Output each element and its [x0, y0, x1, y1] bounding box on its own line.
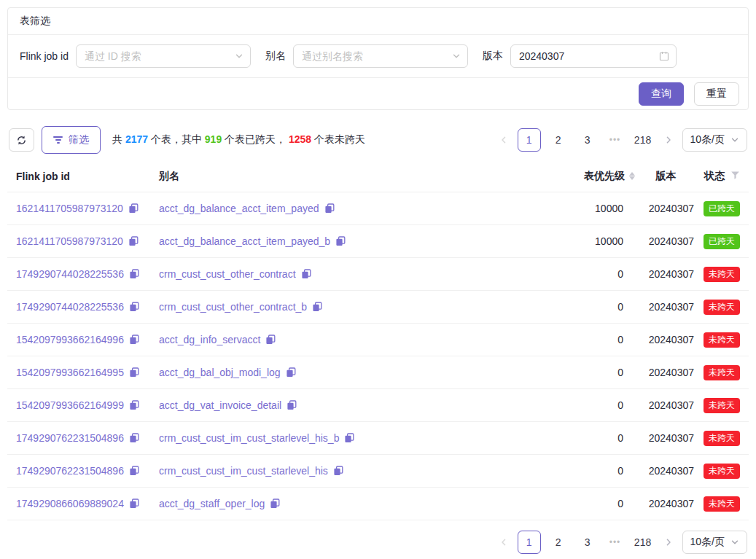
col-header-alias: 别名	[159, 170, 517, 183]
pagination-ellipsis[interactable]: •••	[605, 537, 626, 547]
copy-icon[interactable]	[333, 466, 343, 476]
copy-icon[interactable]	[129, 335, 139, 345]
pagination-prev-icon[interactable]	[496, 531, 512, 554]
copy-icon[interactable]	[335, 236, 346, 246]
copy-icon[interactable]	[324, 203, 335, 214]
copy-icon[interactable]	[129, 302, 139, 312]
priority-cell: 0	[617, 498, 635, 509]
pagination-page-last[interactable]: 218	[631, 128, 655, 152]
priority-cell: 10000	[595, 235, 635, 247]
job-id-link[interactable]: 1749290866069889024	[16, 498, 124, 509]
pagination-page-3[interactable]: 3	[576, 128, 599, 152]
job-id-link[interactable]: 1749290744028225536	[16, 268, 124, 280]
copy-icon[interactable]	[265, 335, 276, 345]
alias-link[interactable]: acct_dg_staff_oper_log	[159, 498, 265, 509]
copy-icon[interactable]	[344, 433, 354, 443]
filter-form: Flink job id 别名 版本	[8, 35, 748, 77]
reset-button[interactable]: 重置	[694, 82, 739, 106]
pagination-ellipsis[interactable]: •••	[605, 135, 626, 145]
alias-link[interactable]: acct_dg_vat_invoice_detail	[159, 399, 281, 411]
copy-icon[interactable]	[312, 302, 322, 312]
summary-mid1: 个表，其中	[148, 133, 205, 145]
job-id-link[interactable]: 1749290762231504896	[16, 465, 124, 477]
job-id-cell: 1749290762231504896	[16, 432, 159, 444]
copy-icon[interactable]	[128, 236, 139, 246]
alias-input[interactable]	[293, 44, 468, 68]
job-id-input[interactable]	[76, 44, 251, 68]
copy-icon[interactable]	[129, 433, 139, 443]
copy-icon[interactable]	[128, 203, 139, 214]
alias-link[interactable]: acct_dg_info_servacct	[159, 334, 260, 345]
copy-icon[interactable]	[129, 400, 139, 410]
page-size-value: 10条/页	[690, 536, 725, 549]
job-id-label: Flink job id	[20, 50, 69, 62]
version-date-picker[interactable]	[510, 44, 677, 68]
job-id-link[interactable]: 1542097993662164996	[16, 334, 124, 345]
refresh-button[interactable]	[9, 128, 34, 152]
table-row: 1542097993662164995 acct_dg_bal_obj_modi…	[7, 356, 749, 389]
copy-icon[interactable]	[287, 400, 297, 410]
version-label: 版本	[483, 50, 503, 63]
chevron-down-icon	[730, 538, 739, 547]
alias-link[interactable]: crm_cust_cust_im_cust_starlevel_his_b	[159, 432, 339, 444]
col-header-priority[interactable]: 表优先级	[584, 170, 635, 183]
job-id-link[interactable]: 1542097993662164995	[16, 367, 124, 378]
pagination-page-3[interactable]: 3	[576, 531, 599, 554]
alias-link[interactable]: crm_cust_cust_other_contract	[159, 268, 296, 280]
version-cell: 20240307	[649, 399, 697, 411]
alias-cell: crm_cust_cust_other_contract	[159, 268, 517, 280]
query-button[interactable]: 查询	[639, 82, 684, 106]
table-row: 1621411705987973120 acct_dg_balance_acct…	[7, 225, 749, 258]
copy-icon[interactable]	[129, 499, 139, 509]
alias-cell: crm_cust_cust_im_cust_starlevel_his	[159, 465, 517, 477]
job-id-link[interactable]: 1542097993662164999	[16, 399, 124, 411]
job-id-cell: 1542097993662164996	[16, 334, 159, 345]
pagination-prev-icon[interactable]	[496, 128, 512, 152]
page-size-select[interactable]: 10条/页	[682, 531, 747, 554]
pagination-next-icon[interactable]	[660, 531, 677, 554]
filter-funnel-icon[interactable]	[730, 171, 740, 182]
pagination-next-icon[interactable]	[660, 128, 677, 152]
status-header-label: 状态	[704, 170, 725, 183]
copy-icon[interactable]	[301, 269, 311, 279]
version-cell: 20240307	[649, 334, 697, 345]
table-row: 1749290762231504896 crm_cust_cust_im_cus…	[7, 455, 749, 488]
copy-icon[interactable]	[270, 499, 280, 509]
page-size-select[interactable]: 10条/页	[682, 128, 747, 152]
alias-select[interactable]	[293, 44, 468, 68]
summary-total: 2177	[125, 133, 148, 145]
pagination-page-2[interactable]: 2	[547, 531, 570, 554]
job-id-link[interactable]: 1749290762231504896	[16, 432, 124, 444]
pagination-page-1[interactable]: 1	[518, 531, 541, 554]
alias-link[interactable]: acct_dg_balance_acct_item_payed_b	[159, 235, 330, 247]
copy-icon[interactable]	[129, 367, 139, 378]
alias-link[interactable]: crm_cust_cust_other_contract_b	[159, 301, 307, 313]
status-badge: 已跨天	[704, 234, 740, 249]
priority-cell: 0	[617, 367, 635, 378]
status-badge: 未跨天	[704, 300, 740, 315]
table-row: 1749290744028225536 crm_cust_cust_other_…	[7, 291, 749, 324]
filter-card: 表筛选 Flink job id 别名 版本	[7, 7, 749, 110]
pagination-top: 1 2 3 ••• 218 10条/页	[496, 128, 747, 152]
job-id-link[interactable]: 1621411705987973120	[16, 203, 123, 214]
job-id-link[interactable]: 1621411705987973120	[16, 235, 123, 247]
pagination-page-1[interactable]: 1	[518, 128, 541, 152]
table-row: 1621411705987973120 acct_dg_balance_acct…	[7, 192, 749, 225]
filter-button[interactable]: 筛选	[42, 126, 101, 154]
summary-suffix: 个表未跨天	[311, 133, 365, 145]
table-header: Flink job id 别名 表优先级 版本 状态	[7, 160, 749, 192]
alias-link[interactable]: acct_dg_bal_obj_modi_log	[159, 367, 281, 378]
job-id-link[interactable]: 1749290744028225536	[16, 301, 124, 313]
copy-icon[interactable]	[129, 269, 139, 279]
sort-icon[interactable]	[629, 172, 635, 180]
copy-icon[interactable]	[286, 367, 296, 378]
pagination-page-last[interactable]: 218	[631, 531, 655, 554]
status-badge: 已跨天	[704, 201, 740, 216]
pagination-page-2[interactable]: 2	[547, 128, 570, 152]
alias-link[interactable]: acct_dg_balance_acct_item_payed	[159, 203, 319, 214]
copy-icon[interactable]	[129, 466, 139, 476]
version-cell: 20240307	[649, 235, 697, 247]
alias-link[interactable]: crm_cust_cust_im_cust_starlevel_his	[159, 465, 328, 477]
job-id-select[interactable]	[76, 44, 251, 68]
version-input[interactable]	[510, 44, 677, 68]
